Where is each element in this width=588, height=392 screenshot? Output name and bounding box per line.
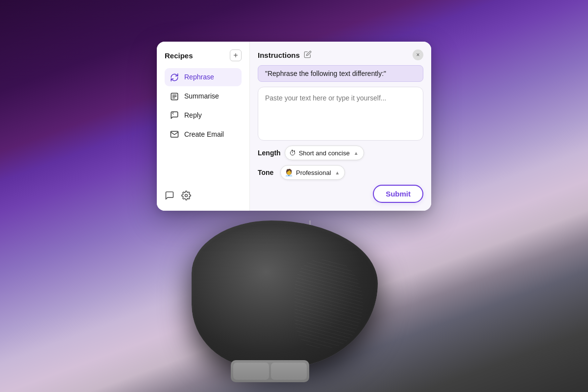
reply-icon	[170, 111, 179, 120]
summarise-icon	[170, 92, 179, 101]
chevron-up-icon-tone: ▲	[335, 170, 340, 175]
text-input[interactable]	[258, 87, 423, 141]
edit-icon[interactable]	[304, 50, 312, 60]
settings-icon[interactable]	[181, 191, 191, 203]
mouse-btn-left	[233, 363, 269, 380]
length-label: Length	[258, 149, 281, 157]
tone-value: Professional	[296, 169, 331, 176]
close-button[interactable]: ×	[413, 49, 423, 60]
mouse-shape	[192, 220, 378, 368]
email-icon	[170, 129, 179, 139]
recipe-item-summarise[interactable]: Summarise	[165, 87, 242, 105]
mouse-btn-right	[271, 363, 307, 380]
tone-row: Tone 🧑‍💼 Professional ▲	[258, 165, 423, 180]
submit-row: Submit	[258, 185, 423, 203]
instructions-header: Instructions ×	[258, 49, 423, 60]
length-emoji: ⏱	[289, 149, 296, 157]
recipe-item-rephrase[interactable]: Rephrase	[165, 68, 242, 86]
rephrase-icon	[170, 73, 179, 82]
tone-label: Tone	[258, 169, 276, 176]
add-recipe-button[interactable]: +	[230, 49, 242, 61]
recipes-title: Recipes	[165, 51, 193, 60]
recipes-footer	[165, 184, 242, 203]
chat-icon[interactable]	[165, 191, 174, 203]
popup-container: Recipes + Rephrase	[157, 42, 431, 211]
length-row: Length ⏱ Short and concise ▲	[258, 146, 423, 160]
tone-pill[interactable]: 🧑‍💼 Professional ▲	[280, 165, 345, 180]
tone-emoji: 🧑‍💼	[285, 169, 293, 176]
instruction-tag: "Rephrase the following text differently…	[258, 65, 423, 82]
mouse-body	[192, 220, 378, 377]
recipe-item-create-email[interactable]: Create Email	[165, 125, 242, 143]
recipe-label-summarise: Summarise	[184, 92, 219, 100]
length-value: Short and concise	[299, 149, 350, 157]
mouse-button-area	[231, 360, 309, 382]
recipes-panel: Recipes + Rephrase	[157, 42, 250, 211]
submit-button[interactable]: Submit	[373, 185, 423, 203]
chevron-up-icon: ▲	[354, 150, 359, 156]
length-pill[interactable]: ⏱ Short and concise ▲	[285, 146, 364, 160]
recipe-label-rephrase: Rephrase	[184, 73, 214, 81]
mouse-texture	[294, 260, 363, 348]
recipe-label-create-email: Create Email	[184, 130, 224, 138]
recipe-item-reply[interactable]: Reply	[165, 106, 242, 124]
svg-point-4	[185, 195, 188, 197]
recipe-label-reply: Reply	[184, 111, 202, 119]
instructions-title: Instructions	[258, 50, 312, 60]
recipes-header: Recipes +	[165, 49, 242, 61]
instructions-panel: Instructions × "Rephrase the following t…	[250, 42, 431, 211]
